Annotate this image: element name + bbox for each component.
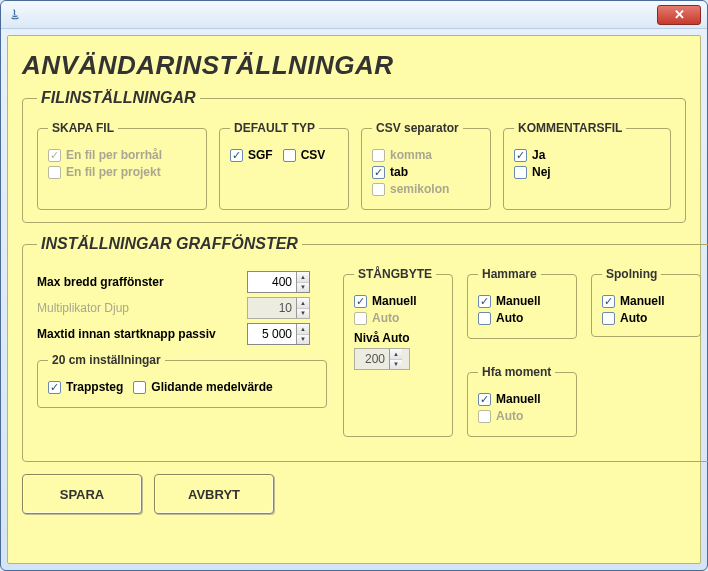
input-max-bredd[interactable] — [248, 272, 296, 292]
stangbyte-group: STÅNGBYTE ✓ Manuell Auto Nivå Auto — [343, 267, 453, 437]
spolning-group: Spolning ✓ Manuell Auto — [591, 267, 701, 337]
spolning-legend: Spolning — [602, 267, 661, 281]
content-panel: ANVÄNDARINSTÄLLNINGAR FILINSTÄLLNINGAR S… — [7, 35, 701, 564]
check-icon: ✓ — [48, 149, 61, 162]
check-icon: ✓ — [48, 381, 61, 394]
check-icon — [478, 410, 491, 423]
input-maxtid[interactable] — [248, 324, 296, 344]
label-niva-auto: Nivå Auto — [354, 331, 442, 345]
default-typ-group: DEFAULT TYP ✓ SGF CSV — [219, 121, 349, 210]
stangbyte-legend: STÅNGBYTE — [354, 267, 436, 281]
row-max-bredd: Max bredd graffönster ▲▼ — [37, 271, 327, 293]
spinner-down-icon[interactable]: ▼ — [297, 283, 309, 293]
check-icon: ✓ — [514, 149, 527, 162]
save-button[interactable]: SPARA — [22, 474, 142, 514]
graffonster-legend: INSTÄLLNINGAR GRAFFÖNSTER — [37, 235, 302, 253]
spinner-up-icon: ▲ — [297, 298, 309, 309]
checkbox-hfa-auto: Auto — [478, 409, 566, 423]
check-icon — [514, 166, 527, 179]
check-icon: ✓ — [478, 393, 491, 406]
check-icon — [478, 312, 491, 325]
checkbox-nej[interactable]: Nej — [514, 165, 660, 179]
graffonster-group: INSTÄLLNINGAR GRAFFÖNSTER Max bredd graf… — [22, 235, 708, 462]
check-icon — [354, 312, 367, 325]
checkbox-ja[interactable]: ✓ Ja — [514, 148, 660, 162]
row-mult-djup: Multiplikator Djup ▲▼ — [37, 297, 327, 319]
spinner-up-icon[interactable]: ▲ — [297, 324, 309, 335]
input-mult-djup — [248, 298, 296, 318]
label-mult-djup: Multiplikator Djup — [37, 301, 247, 315]
input-niva-auto — [355, 349, 389, 369]
check-icon — [602, 312, 615, 325]
checkbox-en-fil-per-projekt: En fil per projekt — [48, 165, 196, 179]
checkbox-hammare-manuell[interactable]: ✓ Manuell — [478, 294, 566, 308]
cancel-button[interactable]: AVBRYT — [154, 474, 274, 514]
tjugo-cm-legend: 20 cm inställningar — [48, 353, 165, 367]
java-icon — [7, 7, 23, 23]
check-icon — [48, 166, 61, 179]
check-icon — [133, 381, 146, 394]
hammare-group: Hammare ✓ Manuell Auto — [467, 267, 577, 339]
skapa-fil-group: SKAPA FIL ✓ En fil per borrhål En fil pe… — [37, 121, 207, 210]
checkbox-stang-manuell[interactable]: ✓ Manuell — [354, 294, 442, 308]
skapa-fil-legend: SKAPA FIL — [48, 121, 118, 135]
label-maxtid: Maxtid innan startknapp passiv — [37, 327, 247, 341]
titlebar: ✕ — [1, 1, 707, 29]
hfa-legend: Hfa moment — [478, 365, 555, 379]
filinstallningar-group: FILINSTÄLLNINGAR SKAPA FIL ✓ En fil per … — [22, 89, 686, 223]
checkbox-stang-auto: Auto — [354, 311, 442, 325]
checkbox-hammare-auto[interactable]: Auto — [478, 311, 566, 325]
row-maxtid: Maxtid innan startknapp passiv ▲▼ — [37, 323, 327, 345]
check-icon: ✓ — [372, 166, 385, 179]
check-icon: ✓ — [354, 295, 367, 308]
label-max-bredd: Max bredd graffönster — [37, 275, 247, 289]
hfa-group: Hfa moment ✓ Manuell Auto — [467, 365, 577, 437]
app-window: ✕ ANVÄNDARINSTÄLLNINGAR FILINSTÄLLNINGAR… — [0, 0, 708, 571]
checkbox-semikolon: semikolon — [372, 182, 480, 196]
kommentarsfil-legend: KOMMENTARSFIL — [514, 121, 626, 135]
kommentarsfil-group: KOMMENTARSFIL ✓ Ja Nej — [503, 121, 671, 210]
page-title: ANVÄNDARINSTÄLLNINGAR — [22, 50, 686, 81]
checkbox-spolning-manuell[interactable]: ✓ Manuell — [602, 294, 690, 308]
check-icon — [372, 183, 385, 196]
checkbox-glidande[interactable]: Glidande medelvärde — [133, 380, 272, 394]
check-icon: ✓ — [602, 295, 615, 308]
checkbox-sgf[interactable]: ✓ SGF — [230, 148, 273, 162]
hammare-legend: Hammare — [478, 267, 541, 281]
spinner-down-icon: ▼ — [297, 309, 309, 319]
tjugo-cm-group: 20 cm inställningar ✓ Trappsteg Glidande… — [37, 353, 327, 408]
check-icon: ✓ — [478, 295, 491, 308]
spinner-down-icon: ▼ — [390, 360, 402, 370]
spinner-up-icon: ▲ — [390, 349, 402, 360]
checkbox-trappsteg[interactable]: ✓ Trappsteg — [48, 380, 123, 394]
spinner-max-bredd[interactable]: ▲▼ — [247, 271, 310, 293]
checkbox-en-fil-per-borrhal: ✓ En fil per borrhål — [48, 148, 196, 162]
check-icon — [283, 149, 296, 162]
checkbox-tab[interactable]: ✓ tab — [372, 165, 480, 179]
check-icon: ✓ — [230, 149, 243, 162]
spinner-up-icon[interactable]: ▲ — [297, 272, 309, 283]
spinner-maxtid[interactable]: ▲▼ — [247, 323, 310, 345]
spinner-mult-djup: ▲▼ — [247, 297, 310, 319]
spinner-niva-auto: ▲▼ — [354, 348, 410, 370]
filinstallningar-legend: FILINSTÄLLNINGAR — [37, 89, 200, 107]
check-icon — [372, 149, 385, 162]
checkbox-komma: komma — [372, 148, 480, 162]
checkbox-hfa-manuell[interactable]: ✓ Manuell — [478, 392, 566, 406]
spinner-down-icon[interactable]: ▼ — [297, 335, 309, 345]
default-typ-legend: DEFAULT TYP — [230, 121, 319, 135]
csv-separator-legend: CSV separator — [372, 121, 463, 135]
csv-separator-group: CSV separator komma ✓ tab semikolon — [361, 121, 491, 210]
checkbox-csv[interactable]: CSV — [283, 148, 326, 162]
checkbox-spolning-auto[interactable]: Auto — [602, 311, 690, 325]
close-button[interactable]: ✕ — [657, 5, 701, 25]
